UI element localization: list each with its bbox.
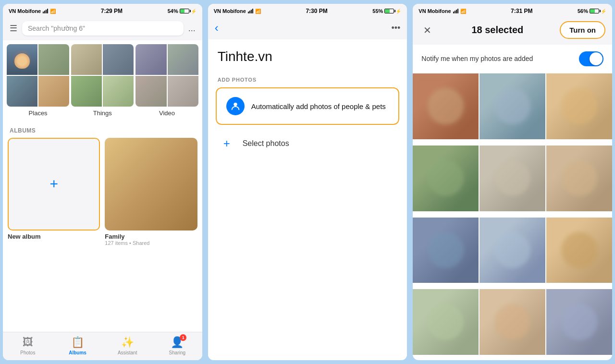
notify-row: Notify me when my photos are added <box>413 45 612 73</box>
sharing-badge-container: 👤 1 <box>171 336 184 349</box>
face-photo-5 <box>480 146 545 211</box>
battery-pct-1: 54% <box>168 8 178 14</box>
nav-sharing[interactable]: 👤 1 Sharing <box>152 336 202 355</box>
photo-thumb-5[interactable] <box>480 146 545 211</box>
time-2: 7:30 PM <box>306 8 327 14</box>
battery-fill-1 <box>180 9 185 13</box>
face-photo-6 <box>546 146 612 211</box>
status-bar-3: VN Mobifone 📶 7:31 PM 56% ⚡ <box>413 4 612 17</box>
photo-thumb-12[interactable] <box>546 289 612 355</box>
phone2-content: Tinhte.vn ADD PHOTOS Automatically add p… <box>208 39 407 360</box>
places-photo-2 <box>38 44 69 75</box>
face-photo-1 <box>413 73 479 139</box>
family-album-thumb[interactable] <box>105 138 197 230</box>
photo-thumb-3[interactable] <box>546 73 612 139</box>
auto-add-card[interactable]: Automatically add photos of people & pet… <box>216 87 400 125</box>
phone-2: VN Mobifone 📶 7:30 PM 55% ⚡ ‹ ••• Tinhte… <box>208 4 407 360</box>
phone1-header: ☰ Search "phường 6" ... <box>3 17 202 40</box>
photo-thumb-7[interactable] <box>413 218 479 283</box>
face-photo-10 <box>413 289 479 355</box>
more-icon-2[interactable]: ••• <box>391 23 400 33</box>
video-photos <box>135 44 198 107</box>
time-1: 7:29 PM <box>101 8 123 14</box>
blur-7 <box>413 218 479 283</box>
signal-bar-2 <box>44 11 45 13</box>
status-right-3: 56% ⚡ <box>578 8 606 14</box>
family-album-meta: 127 items • Shared <box>105 240 197 246</box>
places-photos <box>7 44 69 107</box>
battery-fill-3 <box>590 9 595 13</box>
signal-bars-1 <box>43 9 48 13</box>
more-icon-1[interactable]: ... <box>188 24 196 34</box>
video-label: Video <box>135 109 198 117</box>
album-new[interactable]: + New album <box>8 138 100 245</box>
things-photo-3 <box>71 76 102 107</box>
bottom-nav: 🖼 Photos 📋 Albums ✨ Assistant 👤 1 Sharin… <box>3 332 202 360</box>
signal-bars-2 <box>248 9 253 13</box>
charging-icon-3: ⚡ <box>601 9 606 14</box>
album-title: Tinhte.vn <box>218 49 398 64</box>
photos-grid <box>413 73 612 360</box>
wifi-icon-3: 📶 <box>460 9 466 14</box>
photo-thumb-4[interactable] <box>413 146 479 211</box>
turn-on-button[interactable]: Turn on <box>560 21 605 39</box>
sb1-3 <box>453 12 454 13</box>
category-video[interactable]: Video <box>135 44 198 117</box>
things-photo-1 <box>71 44 102 75</box>
category-things[interactable]: Things <box>71 44 134 117</box>
nav-photos[interactable]: 🖼 Photos <box>3 336 53 355</box>
category-places[interactable]: Places <box>7 44 69 117</box>
sb2 <box>249 11 250 13</box>
blur-6 <box>546 146 612 211</box>
sb3-3 <box>456 10 457 13</box>
charging-icon-2: ⚡ <box>395 9 401 14</box>
places-photo-3 <box>7 76 37 107</box>
blur-1 <box>413 73 479 139</box>
status-left-2: VN Mobifone 📶 <box>214 8 261 14</box>
family-album-photo <box>105 138 197 230</box>
face-photo-12 <box>546 289 612 355</box>
notify-toggle[interactable] <box>579 51 603 66</box>
search-bar[interactable]: Search "phường 6" <box>22 21 184 36</box>
people-icon <box>226 97 245 115</box>
signal-bar-4 <box>47 9 48 13</box>
family-album-name: Family <box>105 233 197 240</box>
carrier-3: VN Mobifone <box>418 8 451 14</box>
photo-thumb-11[interactable] <box>480 289 545 355</box>
photo-thumb-8[interactable] <box>480 218 545 283</box>
hamburger-icon[interactable]: ☰ <box>10 23 17 34</box>
status-bar-2: VN Mobifone 📶 7:30 PM 55% ⚡ <box>208 4 407 17</box>
time-3: 7:31 PM <box>511 8 532 14</box>
phone2-header: ‹ ••• <box>208 17 407 39</box>
photo-thumb-9[interactable] <box>546 218 612 283</box>
close-button[interactable]: ✕ <box>419 23 435 38</box>
phone-3: VN Mobifone 📶 7:31 PM 56% ⚡ ✕ 18 selecte… <box>413 4 612 360</box>
video-photo-2 <box>168 44 198 75</box>
photo-thumb-1[interactable] <box>413 73 479 139</box>
sb2-3 <box>455 11 455 13</box>
status-bar-1: VN Mobifone 📶 7:29 PM 54% ⚡ <box>3 4 202 17</box>
places-photo-1 <box>7 44 37 75</box>
album-family[interactable]: Family 127 items • Shared <box>105 138 197 245</box>
photo-thumb-2[interactable] <box>480 73 545 139</box>
select-photos-row[interactable]: + Select photos <box>208 125 407 162</box>
nav-albums[interactable]: 📋 Albums <box>53 336 103 355</box>
title-area: Tinhte.vn <box>208 39 407 69</box>
signal-bar-3 <box>46 10 47 13</box>
select-plus-icon: + <box>218 134 236 153</box>
nav-assistant[interactable]: ✨ Assistant <box>102 336 152 355</box>
albums-section-header: ALBUMS <box>3 121 202 138</box>
photo-thumb-10[interactable] <box>413 289 479 355</box>
wifi-icon-2: 📶 <box>255 9 261 14</box>
back-button[interactable]: ‹ <box>215 21 219 35</box>
face-photo-9 <box>546 218 612 283</box>
new-album-thumb[interactable]: + <box>8 138 100 230</box>
places-photo-4 <box>38 76 69 107</box>
video-photo-4 <box>168 76 198 107</box>
video-photo-3 <box>135 76 166 107</box>
select-photos-text: Select photos <box>243 139 289 148</box>
battery-icon-1 <box>180 9 189 13</box>
new-album-name: New album <box>8 233 100 240</box>
things-photo-4 <box>103 76 134 107</box>
photo-thumb-6[interactable] <box>546 146 612 211</box>
